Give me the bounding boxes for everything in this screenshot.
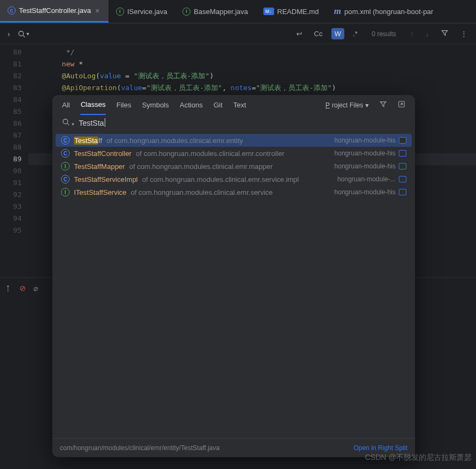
find-bar: › ▾ ↩ Cc W .* 0 results ↑ ↓ ⋮: [0, 24, 476, 44]
line-number: 80: [0, 46, 22, 58]
line-number: 83: [0, 82, 22, 94]
interface-icon: I: [61, 188, 70, 196]
regex-toggle[interactable]: .*: [350, 28, 361, 39]
class-icon: C: [61, 136, 70, 145]
line-number: 92: [0, 189, 22, 201]
se-result-row[interactable]: CTestStaff of com.hongruan.modules.clini…: [56, 134, 412, 147]
maven-icon: m: [334, 6, 341, 17]
se-result-module: hongruan-module-his: [335, 149, 406, 157]
inspect-off-icon[interactable]: ⌀: [33, 284, 38, 293]
tab-label: IService.java: [127, 8, 167, 16]
tab-label: pom.xml (hongruan-boot-par: [344, 8, 433, 16]
line-number: 85: [0, 106, 22, 118]
next-match-icon[interactable]: ↓: [423, 28, 433, 39]
prev-match-icon[interactable]: ↑: [407, 28, 417, 39]
se-result-row[interactable]: IITestStaffService of com.hongruan.modul…: [56, 186, 412, 199]
code-text: new: [28, 60, 79, 68]
se-result-package: of com.hongruan.modules.clinical.emr.ser…: [131, 188, 273, 196]
search-everywhere-popup: All Classes Files Symbols Actions Git Te…: [52, 95, 415, 457]
se-search-input[interactable]: TestSta: [79, 118, 105, 127]
upload-icon[interactable]: ⭡: [4, 284, 12, 293]
se-result-module: hongruan-module-his: [335, 162, 406, 170]
word-toggle[interactable]: W: [331, 28, 344, 39]
line-number: 95: [0, 225, 22, 236]
svg-line-1: [23, 35, 25, 37]
code-text: @AutoLog: [28, 72, 96, 80]
search-icon[interactable]: ▾: [18, 30, 29, 38]
line-number: 88: [0, 141, 22, 153]
se-result-module: hongruan-module-his: [335, 188, 406, 196]
gutter: 80818283848586878889909192939495: [0, 44, 28, 277]
search-icon: ▾: [62, 118, 74, 127]
se-result-package: of com.hongruan.modules.clinical.emr.ent…: [106, 137, 243, 145]
close-icon[interactable]: ×: [94, 6, 100, 15]
tab-teststaffcontroller[interactable]: C TestStaffController.java ×: [0, 0, 108, 23]
tab-label: TestStaffController.java: [19, 6, 91, 15]
filter-icon[interactable]: [379, 100, 387, 115]
tab-pomxml[interactable]: m pom.xml (hongruan-boot-par: [327, 0, 441, 23]
line-number: 84: [0, 94, 22, 106]
se-result-package: of com.hongruan.modules.clinical.emr.con…: [136, 149, 284, 158]
se-result-row[interactable]: CTestStaffServiceImpl of com.hongruan.mo…: [56, 173, 412, 186]
newline-toggle-icon[interactable]: ↩: [293, 28, 305, 39]
open-in-tool-icon[interactable]: [398, 100, 405, 115]
se-result-name: TestStaffMapper: [74, 162, 125, 171]
text-cursor: [105, 118, 105, 127]
se-status-bar: com/hongruan/modules/clinical/emr/entity…: [52, 438, 415, 457]
se-tab-git[interactable]: Git: [214, 101, 223, 114]
line-number: 87: [0, 130, 22, 141]
chevron-down-icon: ▾: [365, 101, 369, 109]
line-number: 90: [0, 165, 22, 177]
se-tabs: All Classes Files Symbols Actions Git Te…: [52, 95, 415, 115]
se-result-name: TestStaffController: [74, 149, 132, 158]
code-text: */: [28, 48, 74, 56]
se-search-row[interactable]: ▾ TestSta: [52, 115, 415, 133]
interface-icon: I: [61, 162, 70, 171]
sources-root-icon: [399, 176, 406, 182]
se-tab-all[interactable]: All: [62, 101, 70, 114]
markdown-icon: M↓: [263, 8, 274, 15]
se-result-name: TestStaffServiceImpl: [74, 175, 138, 183]
case-toggle[interactable]: Cc: [311, 28, 326, 39]
editor-tabs-bar: C TestStaffController.java × I IService.…: [0, 0, 476, 24]
sources-root-icon: [399, 150, 406, 157]
stop-icon[interactable]: ⊘: [19, 284, 26, 293]
tab-label: README.md: [277, 8, 319, 16]
interface-icon: I: [116, 8, 124, 16]
sources-root-icon: [399, 163, 406, 169]
class-icon: C: [8, 6, 16, 15]
tab-readme[interactable]: M↓ README.md: [256, 0, 327, 23]
tab-basemapper[interactable]: I BaseMapper.java: [175, 0, 255, 23]
filter-icon[interactable]: [438, 28, 452, 40]
class-icon: C: [61, 149, 70, 158]
expand-find-icon[interactable]: ›: [5, 29, 12, 39]
open-in-right-split[interactable]: Open in Right Split: [353, 444, 407, 452]
code-text: @ApiOperation: [28, 84, 117, 92]
sources-root-icon: [399, 189, 406, 195]
se-tab-actions[interactable]: Actions: [180, 101, 203, 114]
svg-point-3: [63, 119, 68, 124]
find-results-count: 0 results: [372, 30, 396, 38]
se-result-name: ITestStaffService: [74, 188, 126, 196]
tab-label: BaseMapper.java: [194, 8, 248, 16]
line-number: 81: [0, 58, 22, 70]
se-tab-symbols[interactable]: Symbols: [142, 101, 169, 114]
tab-iservice[interactable]: I IService.java: [108, 0, 175, 23]
line-number: 94: [0, 213, 22, 225]
se-result-row[interactable]: ITestStaffMapper of com.hongruan.modules…: [56, 160, 412, 173]
line-number: 91: [0, 177, 22, 189]
se-result-module: hongruan-module-...: [337, 175, 406, 183]
se-result-module: hongruan-module-his: [335, 137, 406, 144]
se-result-row[interactable]: CTestStaffController of com.hongruan.mod…: [56, 147, 412, 160]
se-result-name: TestStaff: [74, 137, 102, 145]
se-tab-classes[interactable]: Classes: [80, 100, 105, 115]
se-scope-selector[interactable]: Project Files ▾: [325, 101, 369, 114]
se-tab-files[interactable]: Files: [117, 101, 131, 114]
line-number: 93: [0, 201, 22, 213]
line-number: 86: [0, 118, 22, 130]
svg-line-4: [67, 124, 70, 126]
se-tab-text[interactable]: Text: [233, 101, 246, 114]
line-number: 89: [0, 153, 22, 165]
more-icon[interactable]: ⋮: [457, 28, 471, 39]
se-result-package: of com.hongruan.modules.clinical.emr.map…: [129, 162, 273, 171]
